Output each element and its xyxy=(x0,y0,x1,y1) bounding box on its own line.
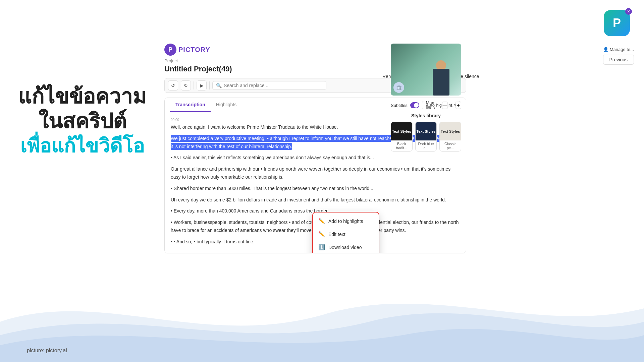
manage-team-label: Manage te... xyxy=(610,47,634,52)
add-highlights-label: Add to highlights xyxy=(328,219,363,224)
video-figure xyxy=(428,55,454,96)
right-panel: 🏛️ Subtitles Max lines — 1 + Styles libr… xyxy=(391,44,461,152)
styles-grid: Text Styles Black tradit... Text Styles … xyxy=(391,122,461,152)
previous-button[interactable]: Previous xyxy=(603,55,634,65)
subtitles-label: Subtitles xyxy=(391,103,408,108)
left-panel: แก้ไขข้อความ ในสคริปต์ เพื่อแก้ไขวิดีโอ xyxy=(0,0,164,241)
style-preview-black-text: Text Styles xyxy=(392,129,411,133)
context-menu-add-highlights[interactable]: ✏️ Add to highlights xyxy=(313,215,379,228)
toolbar-divider xyxy=(194,81,194,89)
style-preview-darkblue: Text Styles xyxy=(416,122,437,140)
transcript-text-7: • Every day, more than 400,000 Americans… xyxy=(171,208,329,214)
highlight-icon: ✏️ xyxy=(318,218,325,224)
download-video-label: Download video xyxy=(328,245,362,250)
logo-circle: P ✕ xyxy=(604,10,630,36)
transcript-text-1: Well, once again, I want to welcome Prim… xyxy=(171,124,338,130)
pictory-logo-icon: P xyxy=(164,44,176,56)
transcript-para-4: Our great alliance and partnership with … xyxy=(171,165,460,181)
transcript-para-6: Uh every day we do some $2 billion dolla… xyxy=(171,196,460,204)
transcript-text-5: • Shared border more than 5000 miles. Th… xyxy=(171,186,373,191)
thai-text-line1: แก้ไขข้อความ xyxy=(18,84,146,109)
thai-text-line3: เพื่อแก้ไขวิดีโอ xyxy=(20,134,145,158)
play-button[interactable]: ▶ xyxy=(197,80,207,90)
top-right-controls: 👤 Manage te... Previous xyxy=(603,47,634,65)
picture-attribution: picture: pictory.ai xyxy=(27,348,67,354)
max-lines-decrease-button[interactable]: — xyxy=(442,102,448,109)
logo-p-letter: P xyxy=(613,16,621,30)
person-icon: 👤 xyxy=(603,47,608,52)
style-card-black[interactable]: Text Styles Black tradit... xyxy=(391,122,413,152)
style-label-darkblue: Dark blue c... xyxy=(416,140,437,151)
tab-highlights[interactable]: Highlights xyxy=(211,98,242,112)
max-lines-increase-button[interactable]: + xyxy=(455,102,461,109)
transcript-text-4: Our great alliance and partnership with … xyxy=(171,166,450,180)
style-card-darkblue[interactable]: Text Styles Dark blue c... xyxy=(415,122,437,152)
subtitles-row: Subtitles Max lines — 1 + xyxy=(391,100,461,110)
style-label-black: Black tradit... xyxy=(391,140,412,151)
manage-team-button[interactable]: 👤 Manage te... xyxy=(603,47,634,52)
style-preview-classic: Text Styles xyxy=(440,122,461,140)
style-label-classic: Classic pe... xyxy=(440,140,461,151)
subtitles-toggle[interactable] xyxy=(410,102,419,108)
seal-badge: 🏛️ xyxy=(393,82,404,93)
search-input[interactable] xyxy=(224,83,323,88)
context-menu-download-video[interactable]: ⬇️ Download video xyxy=(313,241,379,253)
close-icon[interactable]: ✕ xyxy=(625,8,632,15)
transcript-text-9: • • And so, • but typically it turns out… xyxy=(171,239,255,244)
max-lines-value: 1 xyxy=(450,103,453,108)
download-video-icon: ⬇️ xyxy=(318,244,325,250)
style-card-classic[interactable]: Text Styles Classic pe... xyxy=(439,122,461,152)
context-menu: ✏️ Add to highlights ✏️ Edit text ⬇️ Dow… xyxy=(312,212,379,253)
svg-text:P: P xyxy=(168,46,172,53)
transcript-text-6: Uh every day we do some $2 billion dolla… xyxy=(171,197,446,202)
context-menu-edit-text[interactable]: ✏️ Edit text xyxy=(313,228,379,241)
styles-library-label: Styles library xyxy=(391,113,461,118)
search-box: 🔍 xyxy=(212,81,326,90)
search-icon: 🔍 xyxy=(216,83,222,88)
tab-transcription[interactable]: Transcription xyxy=(170,98,211,112)
redo-button[interactable]: ↻ xyxy=(181,80,191,90)
figure-body xyxy=(433,69,449,96)
max-lines-label: Max lines xyxy=(426,100,440,110)
style-preview-classic-text: Text Styles xyxy=(441,129,460,133)
pictory-logo-text: PICTORY xyxy=(178,46,210,54)
transcript-para-3: • As I said earlier, this visit reflects… xyxy=(171,154,460,162)
transcript-para-5: • Shared border more than 5000 miles. Th… xyxy=(171,185,460,193)
thai-text-line2: ในสคริปต์ xyxy=(38,109,126,134)
edit-icon: ✏️ xyxy=(318,231,325,237)
style-preview-darkblue-text: Text Styles xyxy=(416,129,435,133)
pictory-logo-corner: P ✕ xyxy=(604,10,631,37)
video-thumbnail: 🏛️ xyxy=(391,44,461,96)
edit-text-label: Edit text xyxy=(328,232,345,237)
style-preview-black: Text Styles xyxy=(391,122,412,140)
undo-button[interactable]: ↺ xyxy=(168,80,178,90)
transcript-text-3: • As I said earlier, this visit reflects… xyxy=(171,155,374,160)
toolbar-divider-2 xyxy=(209,81,210,89)
